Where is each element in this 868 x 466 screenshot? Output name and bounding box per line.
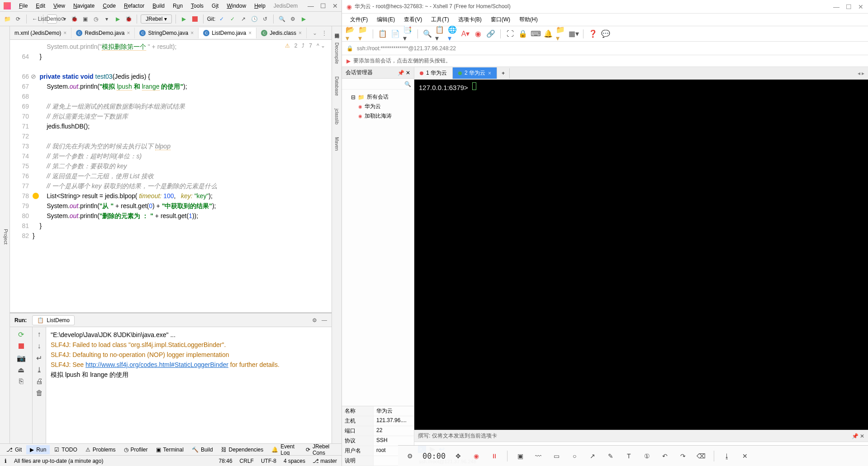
- rect-icon[interactable]: ▭: [551, 451, 562, 461]
- pen-icon[interactable]: ✎: [605, 451, 616, 461]
- circle-icon[interactable]: ○: [569, 451, 580, 461]
- help-icon[interactable]: ❓: [588, 29, 598, 39]
- line-ending[interactable]: CRLF: [240, 458, 254, 464]
- stop-icon[interactable]: [17, 342, 26, 351]
- xs-menu-window[interactable]: 窗口(W): [487, 14, 514, 25]
- close-icon[interactable]: ×: [299, 30, 302, 36]
- move-icon[interactable]: ✥: [453, 451, 464, 461]
- eraser-icon[interactable]: ⌫: [696, 451, 707, 461]
- tabs-more-icon[interactable]: ⌄: [313, 30, 317, 36]
- bottom-git[interactable]: ⎇ Git: [3, 445, 25, 454]
- search-icon[interactable]: 🔍: [277, 14, 286, 24]
- menu-build[interactable]: Build: [149, 1, 168, 10]
- git-history-icon[interactable]: 🕓: [250, 14, 259, 24]
- rerun-icon[interactable]: ⟳: [59, 14, 68, 24]
- term-tab-2[interactable]: 2 华为云×: [453, 67, 497, 79]
- download-icon[interactable]: ⭳: [721, 451, 732, 461]
- bottom-profiler[interactable]: ◷ Profiler: [120, 445, 152, 454]
- menu-code[interactable]: Code: [99, 1, 119, 10]
- indent[interactable]: 4 spaces: [284, 458, 305, 464]
- prev-tab-icon[interactable]: ◂: [858, 70, 860, 76]
- menu-run[interactable]: Run: [169, 1, 186, 10]
- session-tree[interactable]: ⊟📁所有会话 ◉华为云 ◉加勒比海涛: [342, 90, 414, 406]
- side-database[interactable]: Database: [334, 76, 339, 96]
- bottom-problems[interactable]: ⚠ Problems: [82, 445, 119, 454]
- down-icon[interactable]: ↓: [35, 342, 44, 351]
- font-icon[interactable]: A▾: [460, 29, 470, 39]
- record-icon[interactable]: ◉: [471, 451, 482, 461]
- code-editor[interactable]: ⚠2 ⤴7 ^ ⌄ 64 66⊘ 6768697071727374757677 …: [10, 40, 332, 312]
- xs-menu-tools[interactable]: 工具(T): [427, 14, 452, 25]
- tab-jedis[interactable]: CJedis.class×: [256, 28, 307, 38]
- tree-item[interactable]: ◉华为云: [345, 102, 411, 111]
- side-maven[interactable]: Maven: [334, 137, 339, 151]
- rerun-icon[interactable]: ⟳: [17, 330, 26, 339]
- draw-icon[interactable]: 〰: [533, 451, 544, 461]
- tab-stringdemo[interactable]: CStringDemo.java×: [135, 28, 199, 38]
- tabs-list-icon[interactable]: ⋮: [322, 30, 327, 36]
- search-icon[interactable]: 🔍: [404, 81, 411, 87]
- jrebel-run-icon[interactable]: ▶: [113, 14, 122, 24]
- hide-icon[interactable]: —: [322, 317, 327, 323]
- search-icon[interactable]: 🔍: [422, 29, 432, 39]
- menu-navigate[interactable]: Navigate: [70, 1, 98, 10]
- xs-menu-file[interactable]: 文件(F): [346, 14, 371, 25]
- inspection-widget[interactable]: ⚠2 ⤴7 ^ ⌄: [285, 43, 325, 49]
- fullscreen-icon[interactable]: ⛶: [505, 29, 515, 39]
- pause-icon[interactable]: ⏸: [489, 451, 500, 461]
- new-icon[interactable]: 📁▾: [358, 29, 368, 39]
- git-update-icon[interactable]: ✓: [217, 14, 226, 24]
- menu-tools[interactable]: Tools: [187, 1, 207, 10]
- profile-icon[interactable]: ◷: [91, 14, 100, 24]
- tab-pom[interactable]: m.xml (JedisDemo)×: [10, 28, 71, 38]
- undo-icon[interactable]: ↶: [659, 451, 670, 461]
- run-icon[interactable]: ▶: [180, 14, 189, 24]
- console-link[interactable]: http://www.slf4j.org/codes.html#StaticLo…: [85, 361, 228, 368]
- close-icon[interactable]: ✕: [406, 70, 410, 76]
- xs-menu-tab[interactable]: 选项卡(B): [455, 14, 485, 25]
- menu-edit[interactable]: Edit: [32, 1, 49, 10]
- menu-help[interactable]: Help: [251, 1, 269, 10]
- coverage-icon[interactable]: ▣: [81, 14, 90, 24]
- globe-icon[interactable]: 🌐▾: [448, 29, 458, 39]
- menu-file[interactable]: File: [15, 1, 31, 10]
- next-tab-icon[interactable]: ▸: [862, 70, 864, 76]
- close-icon[interactable]: ✕: [860, 433, 864, 439]
- xs-menu-help[interactable]: 帮助(H): [516, 14, 541, 25]
- git-rollback-icon[interactable]: ↺: [261, 14, 270, 24]
- close-icon[interactable]: ×: [127, 30, 130, 36]
- jrebel-debug-icon[interactable]: 🐞: [124, 14, 133, 24]
- run-tab[interactable]: 📋ListDemo: [32, 315, 75, 325]
- code-icon[interactable]: ⎘: [17, 377, 26, 386]
- clear-icon[interactable]: 🗑: [35, 389, 44, 398]
- encoding[interactable]: UTF-8: [261, 458, 276, 464]
- gear-icon[interactable]: ⚙: [404, 451, 415, 461]
- pin-icon[interactable]: 📌: [398, 70, 404, 76]
- debug-icon[interactable]: 🐞: [70, 14, 79, 24]
- link-icon[interactable]: 🔗: [486, 29, 496, 39]
- address-bar[interactable]: 🔒 ssh://root:*************@121.37.96.248…: [342, 42, 868, 55]
- gear-icon[interactable]: ⚙: [312, 317, 317, 323]
- camera-icon[interactable]: 📷: [17, 353, 26, 362]
- git-push-icon[interactable]: ↗: [239, 14, 248, 24]
- console-output[interactable]: "E:\develop\Java\JDK 8\JDK\bin\java.exe"…: [46, 327, 332, 443]
- tree-item[interactable]: ◉加勒比海涛: [345, 111, 411, 121]
- open-icon[interactable]: 📁: [3, 14, 12, 24]
- bottom-deps[interactable]: ⛓ Dependencies: [218, 445, 267, 454]
- open-icon[interactable]: 📂▾: [346, 29, 356, 39]
- jrebel-combo[interactable]: JRebel ▾: [141, 14, 172, 24]
- caret-pos[interactable]: 78:46: [219, 458, 232, 464]
- layout-icon[interactable]: ▦▾: [569, 29, 579, 39]
- exit-icon[interactable]: ⏏: [17, 365, 26, 374]
- copy-icon[interactable]: 📋: [378, 29, 388, 39]
- run-config[interactable]: ListDemo ▾: [47, 14, 57, 24]
- tree-root[interactable]: ⊟📁所有会话: [345, 92, 411, 102]
- stop-icon[interactable]: [190, 14, 199, 24]
- add-tab-button[interactable]: +: [497, 68, 510, 78]
- transfer-icon[interactable]: 📁▾: [556, 29, 566, 39]
- up-icon[interactable]: ↑: [35, 330, 44, 339]
- menu-refactor[interactable]: Refactor: [120, 1, 148, 10]
- run-all-icon[interactable]: ▶: [299, 14, 308, 24]
- menu-git[interactable]: Git: [208, 1, 222, 10]
- git-commit-icon[interactable]: ✓: [228, 14, 237, 24]
